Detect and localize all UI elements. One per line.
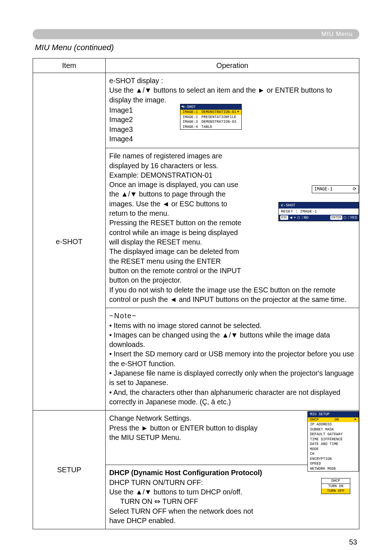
- button-icon: ▢: [297, 215, 300, 221]
- miu-menu-table: Item Operation e-SHOT e-SHOT display : U…: [33, 58, 359, 529]
- note-bullet-4: • Japanese file name is displayed correc…: [109, 368, 355, 388]
- miu-setup-mode[interactable]: MODE: [308, 447, 359, 452]
- miu-setup-title: MIU SETUP: [308, 412, 359, 417]
- note-bullet-5: • And, the characters other than alphanu…: [109, 388, 355, 407]
- eshot-display-title: e-SHOT display :: [109, 76, 355, 85]
- row-setup-operation: Change Network Settings. Press the ► but…: [106, 411, 359, 529]
- eshot-section-note: ~Note~ • Items with no image stored cann…: [106, 308, 359, 410]
- miu-setup-datetime[interactable]: DATE AND TIME: [308, 442, 359, 447]
- dhcp-line-3: TURN ON ⇔ TURN OFF: [109, 497, 269, 506]
- setup-line-1: Change Network Settings.: [109, 413, 265, 423]
- eshot-section-behavior: File names of registered images are disp…: [106, 148, 359, 308]
- reset-yes-label: :YES: [348, 215, 357, 221]
- miu-setup-ip[interactable]: IP ADDRESS: [308, 422, 359, 427]
- eshot-display-intro: Use the ▲/▼ buttons to select an item an…: [109, 85, 355, 105]
- dhcp-box-title: DHCP: [322, 478, 350, 484]
- button-icon-2: ▢: [344, 215, 346, 221]
- eshot-osd-row-3[interactable]: IMAGE-3DEMONSTRATION-03: [180, 120, 241, 125]
- arrow-left-icon: ◀: [290, 215, 292, 221]
- note-bullet-2: • Images can be changed using the ▲/▼ bu…: [109, 330, 355, 349]
- reset-no-label: :NO: [301, 215, 309, 221]
- header-bar: MIU Menu: [33, 29, 359, 39]
- miu-setup-timediff[interactable]: TIME DIFFERENCE: [308, 437, 359, 442]
- eshot-behavior-text-narrow: File names of registered images are disp…: [109, 151, 242, 285]
- row-eshot-operation: e-SHOT display : Use the ▲/▼ buttons to …: [106, 73, 359, 411]
- dhcp-osd-box: DHCP TURN ON TURN OFF: [321, 478, 350, 494]
- plus-icon: +: [294, 215, 296, 221]
- setup-lower: DHCP (Dynamic Host Configuration Protoco…: [106, 465, 359, 529]
- reset-osd-buttons: ESC ◀+▢ :NO ENTER ▢ :YES: [279, 215, 359, 221]
- note-bullet-1: • Items with no image stored cannot be s…: [109, 321, 355, 330]
- note-bullet-3: • Insert the SD memory card or USB memor…: [109, 349, 355, 368]
- eshot-osd-row-4[interactable]: IMAGE-4TABLE: [180, 125, 241, 130]
- eshot-osd-title: e-SHOT: [180, 104, 241, 110]
- note-heading: ~Note~: [109, 311, 355, 320]
- reset-osd-title: e-SHOT: [279, 202, 359, 209]
- reset-enter-key[interactable]: ENTER: [330, 215, 342, 220]
- reset-osd-line: RESET : IMAGE-1: [279, 209, 359, 215]
- row-eshot-item: e-SHOT: [33, 73, 106, 411]
- miu-setup-dhcp[interactable]: DHCPON: [308, 417, 359, 422]
- dhcp-box-on[interactable]: TURN ON: [322, 484, 350, 489]
- col-header-item: Item: [33, 58, 106, 73]
- image-list-4: Image4: [109, 134, 355, 143]
- page-number: 53: [33, 538, 359, 546]
- eshot-osd-row-1[interactable]: IMAGE-1DEMONSTRATION-01: [180, 110, 241, 115]
- setup-upper: Change Network Settings. Press the ► but…: [106, 411, 359, 465]
- dhcp-line-2: Use the ▲/▼ buttons to turn DHCP on/off.: [109, 487, 269, 497]
- miu-setup-gateway[interactable]: DEFAULT GATEWAY: [308, 432, 359, 437]
- eshot-osd-row-2[interactable]: IMAGE-2PRESENTATIONFILE: [180, 115, 241, 120]
- dhcp-line-4: Select TURN OFF when the network does no…: [109, 506, 269, 526]
- miu-setup-ch[interactable]: CH: [308, 452, 359, 457]
- refresh-icon: ⟳: [353, 186, 356, 192]
- reset-osd-menu: e-SHOT RESET : IMAGE-1 ESC ◀+▢ :NO ENTER…: [278, 202, 359, 221]
- reset-esc-key[interactable]: ESC: [280, 215, 288, 220]
- miu-setup-encryption[interactable]: ENCRYPTION: [308, 457, 359, 462]
- image1-osd-badge: IMAGE-1 ⟳: [312, 185, 359, 193]
- miu-setup-subnet[interactable]: SUBNET MASK: [308, 427, 359, 432]
- dhcp-box-off[interactable]: TURN OFF: [322, 489, 350, 494]
- dhcp-heading: DHCP (Dynamic Host Configuration Protoco…: [109, 468, 269, 477]
- section-continued: MIU Menu (continued): [35, 43, 359, 52]
- dhcp-line-1: DHCP TURN ON/TURN OFF:: [109, 478, 269, 487]
- col-header-operation: Operation: [106, 58, 359, 73]
- setup-line-2: Press the ► button or ENTER button to di…: [109, 423, 265, 442]
- miu-setup-osd: MIU SETUP DHCPON IP ADDRESS SUBNET MASK …: [307, 411, 359, 472]
- eshot-osd-menu: e-SHOT IMAGE-1DEMONSTRATION-01 IMAGE-2PR…: [180, 104, 242, 130]
- header-title: MIU Menu: [322, 31, 353, 38]
- eshot-section-display: e-SHOT display : Use the ▲/▼ buttons to …: [106, 73, 359, 148]
- row-setup-item: SETUP: [33, 411, 106, 529]
- image1-badge-label: IMAGE-1: [314, 186, 332, 192]
- eshot-behavior-text-wide: If you do not wish to delete the image u…: [109, 285, 355, 304]
